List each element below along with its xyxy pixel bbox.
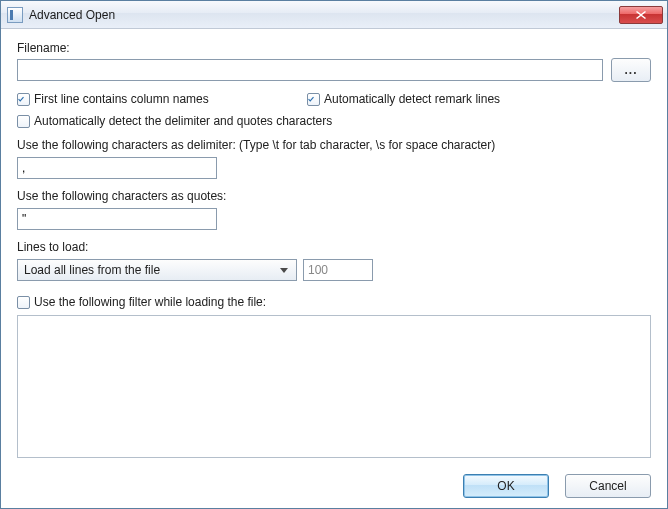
close-icon — [636, 11, 646, 19]
filter-textarea — [17, 315, 651, 458]
cancel-button[interactable]: Cancel — [565, 474, 651, 498]
dialog-content: Filename: ... First line contains column… — [1, 29, 667, 508]
filename-label: Filename: — [17, 41, 651, 55]
chevron-down-icon — [276, 261, 292, 279]
auto-remark-label: Automatically detect remark lines — [324, 92, 500, 106]
first-line-checkbox[interactable]: First line contains column names — [17, 92, 307, 106]
dialog-window: Advanced Open Filename: ... First line c… — [0, 0, 668, 509]
delimiter-input[interactable] — [17, 157, 217, 179]
lines-label: Lines to load: — [17, 240, 651, 254]
title-bar: Advanced Open — [1, 1, 667, 29]
checkbox-icon — [307, 93, 320, 106]
app-icon — [7, 7, 23, 23]
use-filter-label: Use the following filter while loading t… — [34, 295, 266, 309]
lines-select[interactable]: Load all lines from the file — [17, 259, 297, 281]
first-line-label: First line contains column names — [34, 92, 209, 106]
checkbox-icon — [17, 115, 30, 128]
use-filter-checkbox[interactable]: Use the following filter while loading t… — [17, 295, 651, 309]
lines-select-value: Load all lines from the file — [24, 263, 276, 277]
auto-delimiter-label: Automatically detect the delimiter and q… — [34, 114, 332, 128]
ok-button[interactable]: OK — [463, 474, 549, 498]
quotes-label: Use the following characters as quotes: — [17, 189, 651, 203]
auto-delimiter-checkbox[interactable]: Automatically detect the delimiter and q… — [17, 114, 651, 128]
delimiter-label: Use the following characters as delimite… — [17, 138, 651, 152]
window-title: Advanced Open — [29, 8, 619, 22]
auto-remark-checkbox[interactable]: Automatically detect remark lines — [307, 92, 500, 106]
lines-count-input — [303, 259, 373, 281]
close-button[interactable] — [619, 6, 663, 24]
quotes-input[interactable] — [17, 208, 217, 230]
checkbox-icon — [17, 93, 30, 106]
checkbox-icon — [17, 296, 30, 309]
browse-button[interactable]: ... — [611, 58, 651, 82]
filename-input[interactable] — [17, 59, 603, 81]
